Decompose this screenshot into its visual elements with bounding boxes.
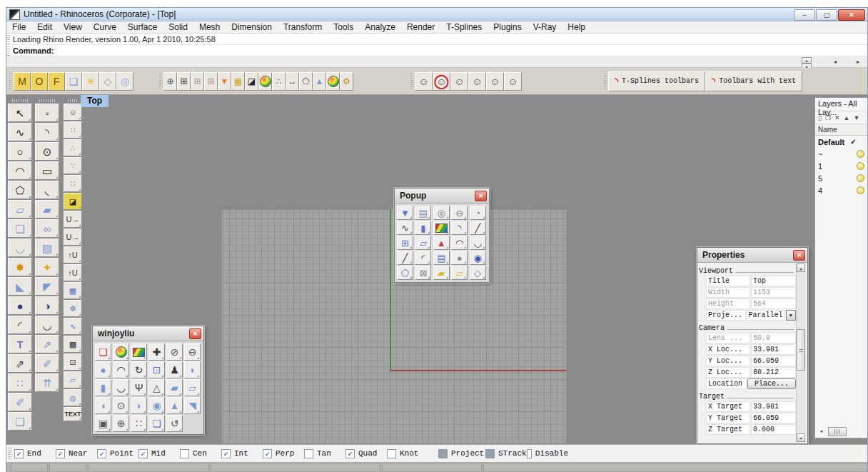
viewport-area[interactable]: ↖∿○◠⬠▱❏◡✸◣●◜T⇗∷✐❏ ◦◝⊙▭◟▰∞▨✦◤◑◡⇗✐⇈ ☺∷∴∵∷◪… (6, 95, 867, 444)
curved-panel-icon[interactable]: ◗ (131, 397, 147, 414)
ellipsoid-points-icon[interactable]: ⊖ (184, 343, 201, 361)
flip-surface-icon[interactable]: ▱ (184, 379, 201, 396)
viewport-title[interactable]: Top (81, 95, 108, 107)
layer-row-5[interactable]: 5 (815, 172, 867, 184)
menu-file[interactable]: File (6, 22, 31, 32)
grid-yellow-icon[interactable]: ▦ (231, 72, 245, 91)
trim-icon[interactable]: ◣ (8, 277, 32, 296)
maximize-button[interactable]: ▢ (816, 9, 837, 21)
swirl-patch-icon[interactable]: ◍ (64, 389, 82, 406)
circle-handle-icon[interactable]: ⊕ (113, 415, 129, 432)
point-cloud-icon[interactable]: ∴ (272, 72, 286, 91)
menu-tools[interactable]: Tools (328, 22, 359, 32)
projection-dropdown-icon[interactable]: ▼ (786, 310, 796, 321)
layers-panel[interactable]: Layers - All Lay... ▯❐✕▲▼ Name Default✓~… (814, 97, 867, 438)
osnap-near-checkbox[interactable]: ✓ (56, 449, 65, 458)
property-title-value[interactable]: Top (751, 276, 796, 286)
osnap-perp[interactable]: ✓Perp (263, 449, 304, 458)
point-grid-icon-2[interactable]: ∴ (64, 139, 82, 156)
folded-surface-icon[interactable]: ▰ (433, 266, 450, 280)
patch-blue-icon[interactable]: ▱ (64, 371, 82, 388)
menu-transform[interactable]: Transform (278, 22, 328, 32)
blend-curve-icon[interactable]: ◡ (35, 316, 59, 334)
split-curve-icon[interactable]: Ψ (131, 379, 147, 396)
render-disabled-icon[interactable]: ☺◯ (433, 72, 450, 91)
diamond-icon[interactable]: ◇ (99, 72, 116, 91)
menu-edit[interactable]: Edit (31, 22, 58, 32)
copy-layer-icon[interactable]: ❐ (825, 114, 831, 121)
close-button[interactable]: ✕ (838, 9, 865, 21)
layer-row-default[interactable]: Default✓ (815, 136, 867, 148)
cone-blue-icon[interactable]: ▲ (313, 72, 326, 91)
layer-bulb-icon[interactable] (857, 150, 864, 158)
morph-box-icon[interactable]: ❏ (95, 343, 111, 361)
osnap-strack[interactable]: STrack (485, 449, 527, 458)
boolean-union-icon[interactable]: ◑ (35, 296, 59, 315)
curve-dots-icon[interactable]: ∿ (64, 318, 82, 335)
sphere-gray-icon[interactable]: ● (451, 251, 468, 265)
properties-panel[interactable]: Properties ✕ ViewportTitleTopWidth1153He… (697, 247, 808, 444)
section-icon[interactable]: ◔ (470, 206, 486, 220)
osnap-quad[interactable]: ✓Quad (345, 449, 387, 458)
winjoyliu-titlebar[interactable]: winjoyliu ✕ (93, 326, 203, 341)
winjoyliu-close-button[interactable]: ✕ (189, 328, 201, 339)
striped-slab-icon[interactable]: ▤ (433, 251, 450, 265)
insert-point-icon[interactable]: ✚ (148, 343, 165, 361)
command-spinner[interactable]: ▴ ▾ (802, 57, 812, 66)
ellipse-icon[interactable]: ⊙ (35, 142, 59, 161)
pointer-icon[interactable]: ↖ (8, 104, 32, 122)
grid-disabled-icon-2[interactable]: ⊞ (204, 72, 218, 91)
array-icon[interactable]: ∷ (8, 373, 32, 392)
osnap-int[interactable]: ✓Int (221, 449, 263, 458)
hscroll-grip[interactable] (828, 427, 847, 436)
eye-grid-icon[interactable]: ◉ (470, 251, 486, 265)
color-wheel-icon[interactable] (258, 72, 272, 91)
handle-curve2-icon[interactable]: ◠ (451, 236, 468, 250)
v-direction-icon-1[interactable]: ↑U (64, 246, 82, 263)
curve-cp-icon[interactable]: ◜ (415, 251, 431, 265)
osnap-project[interactable]: Project (438, 449, 485, 458)
menu-mesh[interactable]: Mesh (193, 22, 226, 32)
grid-box-icon[interactable]: ▦ (64, 282, 82, 299)
menu-render[interactable]: Render (401, 22, 440, 32)
polygon-cage-icon[interactable]: ⬠ (299, 72, 313, 91)
circle-plane-icon[interactable]: ⊘ (166, 343, 183, 361)
command-prompt-row[interactable]: Command: (6, 45, 867, 56)
menu-help[interactable]: Help (562, 22, 591, 32)
property-y-loc-value[interactable]: 66.059 (751, 356, 796, 366)
property-proje-value[interactable]: Parallel (747, 310, 785, 321)
grid-arrow-icon[interactable]: ⊠ (415, 266, 431, 280)
osnap-perp-checkbox[interactable]: ✓ (263, 449, 272, 458)
cplane-icon[interactable]: ⊕ (163, 72, 177, 91)
control-point-curve-icon[interactable]: ∿ (8, 123, 32, 141)
render-icon[interactable]: ☺ (415, 72, 433, 91)
orient-surface-icon[interactable]: ✐ (35, 354, 59, 373)
layer-row-4[interactable]: 4 (815, 184, 867, 196)
rectangle-icon[interactable]: ▭ (35, 161, 59, 180)
blob-icon[interactable]: ◗ (184, 361, 201, 378)
extrude-box-icon[interactable]: ▮ (415, 221, 431, 235)
grid-disabled-icon-1[interactable]: ⊞ (191, 72, 204, 91)
gradient-circle-icon[interactable] (326, 72, 340, 91)
v-direction-icon-2[interactable]: ↑U (64, 264, 82, 281)
layers-hscrollbar[interactable]: ◂ (817, 426, 847, 436)
copy-icon[interactable]: ⇗ (35, 335, 59, 353)
text-tool-button[interactable]: TEXT (64, 407, 82, 421)
command-prompt[interactable]: Command: (13, 46, 54, 55)
properties-close-button[interactable]: ✕ (793, 250, 805, 261)
toolbars-with-text-button[interactable]: ◝Toolbars with text (705, 71, 802, 91)
grid-surface-icon[interactable]: ⊞ (397, 236, 413, 250)
rainbow-surface-icon[interactable] (433, 221, 450, 235)
osnap-project-checkbox[interactable] (438, 449, 448, 458)
hscroll-left-icon[interactable]: ◂ (817, 427, 826, 436)
filleted-box-icon[interactable]: ❏ (8, 412, 32, 431)
tag-o-icon[interactable]: O (31, 72, 48, 91)
command-scroll-right-button[interactable]: ▸ (853, 58, 863, 66)
tsplines-smile-icon[interactable]: ☺ (64, 104, 82, 121)
shade-square-icon[interactable]: ◪ (64, 193, 82, 210)
property-x-loc-value[interactable]: 33.981 (751, 344, 796, 355)
rect-point-icon[interactable]: ▣ (95, 415, 111, 432)
osnap-near[interactable]: ✓Near (56, 449, 97, 458)
bend-surface-icon[interactable]: ◖ (95, 397, 111, 414)
curvature-map-icon[interactable] (131, 343, 147, 361)
